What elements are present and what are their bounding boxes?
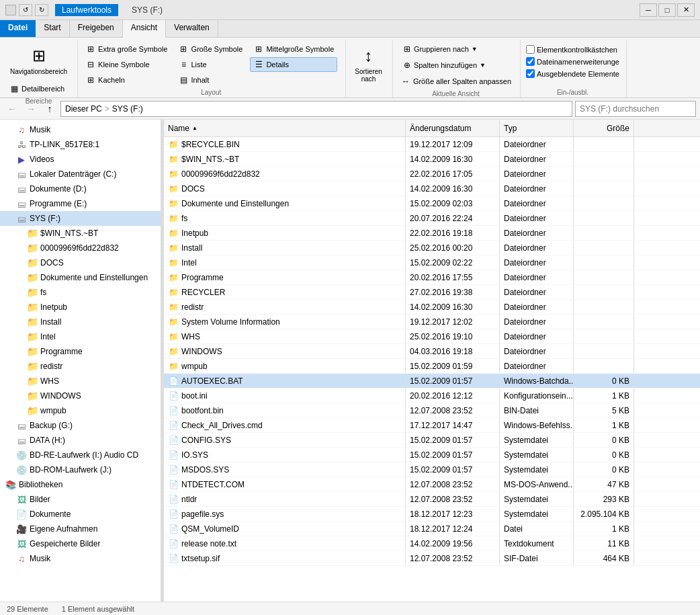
sidebar-item-tp-link[interactable]: 🖧 TP-LINK_8517E8:1 bbox=[0, 137, 161, 152]
sidebar-item-swin[interactable]: 📁 $WIN_NTS.~BT bbox=[0, 226, 161, 241]
undo-button[interactable]: ↺ bbox=[19, 4, 32, 16]
table-row[interactable]: 📁 redistr 14.02.2009 16:30 Dateiordner bbox=[164, 300, 700, 315]
small-symbols-button[interactable]: ⊟ Kleine Symbole bbox=[82, 57, 171, 72]
table-row[interactable]: 📁 RECYCLER 27.02.2016 19:38 Dateiordner bbox=[164, 285, 700, 300]
sidebar-item-bilder[interactable]: 🖼 Bilder bbox=[0, 492, 161, 507]
table-row[interactable]: 📄 ntldr 12.07.2008 23:52 Systemdatei 293… bbox=[164, 492, 700, 507]
sidebar-item-bd-rom-j[interactable]: 💿 BD-ROM-Laufwerk (J:) bbox=[0, 462, 161, 477]
table-row[interactable]: 📄 NTDETECT.COM 12.07.2008 23:52 MS-DOS-A… bbox=[164, 477, 700, 492]
sidebar-item-musik-lib[interactable]: ♫ Musik bbox=[0, 551, 161, 566]
table-row[interactable]: 📄 release note.txt 14.02.2009 19:56 Text… bbox=[164, 536, 700, 551]
sidebar-item-backup-g[interactable]: 🖴 Backup (G:) bbox=[0, 418, 161, 433]
sidebar-item-eigene-aufnahmen[interactable]: 🎥 Eigene Aufnahmen bbox=[0, 522, 161, 536]
tab-datei[interactable]: Datei bbox=[0, 20, 36, 37]
col-header-type[interactable]: Typ bbox=[500, 120, 574, 136]
minimize-button[interactable]: ─ bbox=[640, 3, 657, 17]
file-ext-toggle[interactable]: Dateinamenerweiterunge bbox=[525, 56, 621, 67]
table-row[interactable]: 📁 WINDOWS 04.03.2016 19:18 Dateiordner bbox=[164, 344, 700, 359]
sidebar-item-intel[interactable]: 📁 Intel bbox=[0, 329, 161, 344]
table-row[interactable]: 📁 $WIN_NTS.~BT 14.02.2009 16:30 Dateiord… bbox=[164, 152, 700, 167]
sidebar-item-sys-f[interactable]: 🖴 SYS (F:) bbox=[0, 211, 161, 226]
table-row[interactable]: 📄 QSM_VolumeID 18.12.2017 12:24 Datei 1 … bbox=[164, 522, 700, 536]
item-checkbox-input[interactable] bbox=[526, 45, 535, 54]
sidebar-item-lokal-c[interactable]: 🖴 Lokaler Datenträger (C:) bbox=[0, 167, 161, 181]
up-button[interactable]: ↑ bbox=[42, 101, 58, 117]
table-row[interactable]: 📁 Intel 15.02.2009 02:22 Dateiordner bbox=[164, 255, 700, 270]
table-row[interactable]: 📄 Check_All_Drives.cmd 17.12.2017 14:47 … bbox=[164, 418, 700, 433]
sidebar-item-prog-e[interactable]: 🖴 Programme (E:) bbox=[0, 196, 161, 211]
hidden-toggle[interactable]: Ausgeblendete Elemente bbox=[525, 69, 621, 79]
close-button[interactable]: ✕ bbox=[677, 3, 695, 17]
col-header-size[interactable]: Größe bbox=[574, 120, 634, 136]
sidebar-item-musik[interactable]: ♫ Musik bbox=[0, 122, 161, 137]
tab-freigeben[interactable]: Freigeben bbox=[70, 20, 123, 37]
large-symbols-button[interactable]: ⊞ Große Symbole bbox=[175, 42, 246, 56]
sidebar-item-0000[interactable]: 📁 00009969f6dd22d832 bbox=[0, 241, 161, 255]
tab-ansicht[interactable]: Ansicht bbox=[123, 20, 166, 38]
sidebar-item-docs[interactable]: 📁 DOCS bbox=[0, 255, 161, 270]
add-col-button[interactable]: ⊕ Spalten hinzufügen ▼ bbox=[397, 58, 515, 73]
group-by-button[interactable]: ⊞ Gruppieren nach ▼ bbox=[397, 42, 515, 56]
table-row[interactable]: 📁 wmpub 15.02.2009 01:59 Dateiordner bbox=[164, 359, 700, 374]
search-input[interactable] bbox=[575, 101, 696, 117]
detailbereich-button[interactable]: ▦ Detailbereich bbox=[5, 81, 72, 96]
table-row[interactable]: 📄 CONFIG.SYS 15.02.2009 01:57 Systemdate… bbox=[164, 433, 700, 448]
table-row[interactable]: 📁 System Volume Information 19.12.2017 1… bbox=[164, 315, 700, 329]
table-row[interactable]: 📄 pagefile.sys 18.12.2017 12:23 Systemda… bbox=[164, 507, 700, 522]
details-button[interactable]: ☰ Details bbox=[250, 57, 337, 72]
col-header-date[interactable]: Änderungsdatum bbox=[406, 120, 500, 136]
sidebar-item-bibliotheken[interactable]: 📚 Bibliotheken bbox=[0, 477, 161, 492]
sidebar-item-windows[interactable]: 📁 WINDOWS bbox=[0, 388, 161, 403]
maximize-button[interactable]: □ bbox=[658, 3, 676, 17]
address-bar[interactable]: Dieser PC > SYS (F:) bbox=[60, 101, 572, 117]
table-row[interactable]: 📄 AUTOEXEC.BAT 15.02.2009 01:57 Windows-… bbox=[164, 374, 700, 388]
sidebar-item-fs[interactable]: 📁 fs bbox=[0, 285, 161, 300]
file-ext-input[interactable] bbox=[526, 57, 535, 66]
redo-button[interactable]: ↻ bbox=[35, 4, 48, 16]
sidebar-item-dokumente-lib[interactable]: 📄 Dokumente bbox=[0, 507, 161, 522]
hidden-input[interactable] bbox=[526, 69, 535, 78]
sidebar-item-gespeicherte-bilder[interactable]: 🖼 Gespeicherte Bilder bbox=[0, 536, 161, 551]
table-row[interactable]: 📁 Install 25.02.2016 00:20 Dateiordner bbox=[164, 241, 700, 255]
medium-button[interactable]: ⊞ Mittelgroße Symbole bbox=[250, 42, 337, 56]
extra-large-button[interactable]: ⊞ Extra große Symbole bbox=[82, 42, 171, 56]
sidebar-item-wmpub[interactable]: 📁 wmpub bbox=[0, 403, 161, 418]
sidebar-item-dok-einst[interactable]: 📁 Dokumente und Einstellungen bbox=[0, 270, 161, 285]
sidebar-item-dok-d[interactable]: 🖴 Dokumente (D:) bbox=[0, 181, 161, 196]
table-row[interactable]: 📄 txtsetup.sif 12.07.2008 23:52 SIF-Date… bbox=[164, 551, 700, 566]
sidebar-item-bd-re-i[interactable]: 💿 BD-RE-Laufwerk (I:) Audio CD bbox=[0, 448, 161, 462]
navigationsbereich-button[interactable]: ⊞ Navigationsbereich bbox=[5, 42, 72, 79]
table-row[interactable]: 📄 boot.ini 20.02.2016 12:12 Konfiguratio… bbox=[164, 388, 700, 403]
table-row[interactable]: 📄 bootfont.bin 12.07.2008 23:52 BIN-Date… bbox=[164, 403, 700, 418]
table-row[interactable]: 📁 WHS 25.02.2016 19:10 Dateiordner bbox=[164, 329, 700, 344]
table-row[interactable]: 📁 $RECYCLE.BIN 19.12.2017 12:09 Dateiord… bbox=[164, 137, 700, 152]
col-header-name[interactable]: Name ▲ bbox=[164, 120, 406, 136]
breadcrumb-pc[interactable]: Dieser PC bbox=[65, 104, 102, 114]
sidebar-item-videos[interactable]: ▶ Videos bbox=[0, 152, 161, 167]
table-row[interactable]: 📄 MSDOS.SYS 15.02.2009 01:57 Systemdatei… bbox=[164, 462, 700, 477]
sidebar-item-inetpub[interactable]: 📁 Inetpub bbox=[0, 300, 161, 315]
table-row[interactable]: 📁 Programme 20.02.2016 17:55 Dateiordner bbox=[164, 270, 700, 285]
table-row[interactable]: 📁 Dokumente und Einstellungen 15.02.2009… bbox=[164, 196, 700, 211]
sidebar-item-data-h[interactable]: 🖴 DATA (H:) bbox=[0, 433, 161, 448]
back-button[interactable]: ← bbox=[4, 101, 20, 117]
item-checkbox-toggle[interactable]: Elementkontrollkästchen bbox=[525, 44, 621, 54]
table-row[interactable]: 📁 DOCS 14.02.2009 16:30 Dateiordner bbox=[164, 181, 700, 196]
forward-button[interactable]: → bbox=[23, 101, 39, 117]
sidebar-item-redistr[interactable]: 📁 redistr bbox=[0, 359, 161, 374]
sidebar-item-programme[interactable]: 📁 Programme bbox=[0, 344, 161, 359]
sort-button[interactable]: ↕ Sortierennach bbox=[350, 42, 387, 86]
fit-all-button[interactable]: ↔ Größe aller Spalten anpassen bbox=[397, 74, 515, 89]
breadcrumb-sys[interactable]: SYS (F:) bbox=[112, 104, 143, 114]
tab-start[interactable]: Start bbox=[36, 20, 69, 37]
table-row[interactable]: 📄 IO.SYS 15.02.2009 01:57 Systemdatei 0 … bbox=[164, 448, 700, 462]
table-row[interactable]: 📁 fs 20.07.2016 22:24 Dateiordner bbox=[164, 211, 700, 226]
sidebar-item-install[interactable]: 📁 Install bbox=[0, 315, 161, 329]
tiles-button[interactable]: ⊞ Kacheln bbox=[82, 73, 171, 87]
laufwerktools-tab[interactable]: Laufwerktools bbox=[55, 4, 118, 16]
table-row[interactable]: 📁 Inetpub 22.02.2016 19:18 Dateiordner bbox=[164, 226, 700, 241]
list-button[interactable]: ≡ Liste bbox=[175, 57, 246, 72]
sidebar-item-whs[interactable]: 📁 WHS bbox=[0, 374, 161, 388]
tab-verwalten[interactable]: Verwalten bbox=[166, 20, 218, 37]
table-row[interactable]: 📁 00009969f6dd22d832 22.02.2016 17:05 Da… bbox=[164, 167, 700, 181]
